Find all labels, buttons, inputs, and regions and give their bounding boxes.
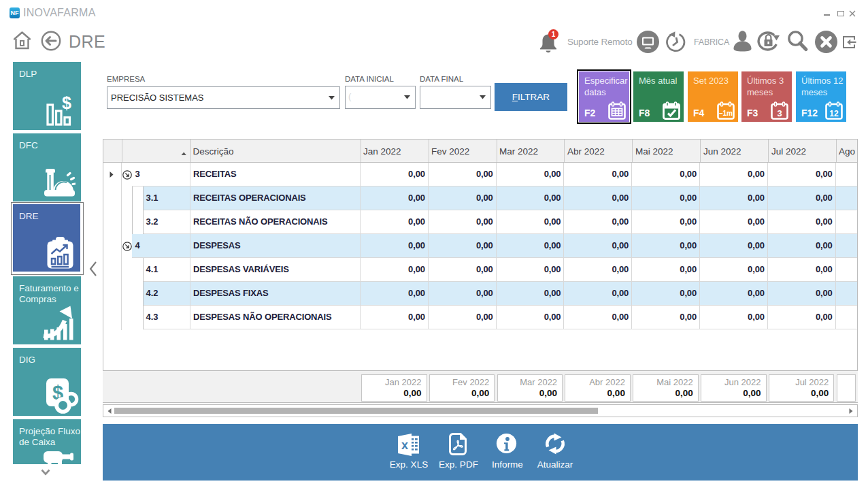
svg-text:–1m: –1m bbox=[719, 110, 733, 117]
svg-text:x: x bbox=[401, 438, 408, 452]
svg-text:$: $ bbox=[62, 93, 71, 112]
svg-text:3: 3 bbox=[777, 108, 782, 118]
svg-text:12: 12 bbox=[829, 109, 839, 118]
